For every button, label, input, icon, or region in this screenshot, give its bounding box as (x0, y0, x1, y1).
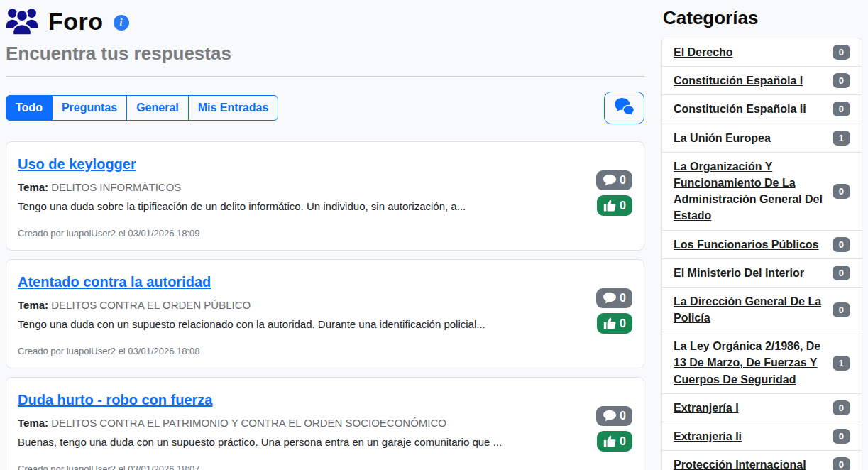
category-count-badge: 0 (833, 184, 850, 199)
post-card: Atentado contra la autoridad Tema: DELIT… (6, 259, 644, 368)
post-excerpt: Tengo una duda sobre la tipificación de … (18, 200, 586, 212)
info-circle-icon[interactable]: i (114, 15, 129, 31)
comments-count: 0 (620, 410, 626, 422)
likes-badge[interactable]: 0 (597, 195, 632, 216)
category-count-badge: 0 (833, 302, 850, 317)
category-link[interactable]: Extranjería Ii (674, 428, 742, 444)
likes-badge[interactable]: 0 (597, 313, 632, 334)
category-item: Protección Internacional 0 (662, 450, 862, 470)
category-item: La Organización Y Funcionamiento De La A… (662, 152, 862, 230)
category-count-badge: 0 (833, 400, 850, 415)
post-card: Duda hurto - robo con fuerza Tema: DELIT… (6, 377, 644, 470)
category-item: La Unión Europea 1 (662, 124, 862, 152)
post-title-link[interactable]: Atentado contra la autoridad (18, 274, 211, 290)
users-icon (6, 7, 38, 35)
category-item: La Dirección General De La Policía 0 (662, 287, 862, 332)
category-link[interactable]: Constitución Española Ii (674, 101, 806, 117)
thumbs-up-icon (603, 435, 617, 448)
comments-count: 0 (620, 175, 626, 186)
post-meta: Creado por luapolUser2 el 03/01/2026 18:… (18, 464, 586, 470)
category-link[interactable]: El Derecho (674, 44, 733, 60)
category-link[interactable]: Los Funcionarios Públicos (674, 236, 818, 253)
category-count-badge: 1 (833, 356, 850, 371)
category-item: Extranjería I 0 (662, 393, 862, 422)
comments-count: 0 (620, 293, 626, 304)
comments-badge: 0 (596, 406, 632, 426)
sidebar-title: Categorías (663, 7, 862, 29)
page-title: Foro (48, 8, 104, 35)
category-count-badge: 0 (833, 237, 850, 252)
category-count-badge: 0 (833, 73, 850, 88)
category-link[interactable]: Extranjería I (674, 400, 739, 416)
tema-label: Tema: (18, 181, 48, 193)
filter-tabs: Todo Preguntas General Mis Entradas (6, 95, 278, 121)
category-count-badge: 0 (833, 429, 850, 444)
page-header: Foro i (6, 6, 644, 35)
comments-badge: 0 (596, 170, 632, 190)
comments-badge: 0 (596, 288, 632, 308)
post-excerpt: Buenas, tengo una duda con un supuesto p… (18, 436, 586, 448)
comment-bubble-icon (603, 410, 617, 422)
likes-count: 0 (620, 436, 626, 447)
post-title-link[interactable]: Uso de keylogger (18, 156, 136, 173)
category-item: Los Funcionarios Públicos 0 (662, 230, 862, 258)
comment-bubble-icon (603, 292, 617, 305)
tab-todo[interactable]: Todo (6, 95, 53, 121)
likes-count: 0 (620, 318, 626, 329)
thumbs-up-icon (603, 199, 617, 212)
category-count-badge: 0 (833, 266, 850, 280)
category-link[interactable]: El Ministerio Del Interior (674, 265, 804, 281)
tab-preguntas[interactable]: Preguntas (52, 95, 127, 121)
forum-page: Foro i Encuentra tus respuestas Todo Pre… (0, 0, 868, 470)
category-count-badge: 0 (833, 457, 850, 470)
comment-bubble-icon (603, 174, 617, 187)
likes-badge[interactable]: 0 (597, 431, 632, 452)
likes-count: 0 (620, 200, 626, 212)
tab-general[interactable]: General (126, 95, 189, 121)
category-item: El Derecho 0 (662, 38, 862, 66)
category-item: Constitución Española Ii 0 (662, 94, 862, 123)
post-title-link[interactable]: Duda hurto - robo con fuerza (18, 392, 212, 408)
post-card: Uso de keylogger Tema: DELITOS INFORMÁTI… (6, 141, 644, 251)
new-post-button[interactable] (604, 92, 644, 124)
category-count-badge: 1 (833, 131, 850, 146)
header-divider (6, 76, 644, 77)
categories-sidebar: Categorías El Derecho 0 Constitución Esp… (661, 6, 862, 470)
chat-bubbles-icon (613, 97, 635, 119)
tab-mis-entradas[interactable]: Mis Entradas (188, 95, 279, 121)
post-list: Uso de keylogger Tema: DELITOS INFORMÁTI… (6, 141, 644, 470)
post-excerpt: Tengo una duda con un supuesto relaciona… (18, 318, 586, 330)
toolbar: Todo Preguntas General Mis Entradas (6, 92, 644, 124)
tema-value: DELITOS CONTRA EL ORDEN PÚBLICO (51, 299, 251, 311)
category-list: El Derecho 0 Constitución Española I 0 C… (661, 38, 862, 470)
category-count-badge: 0 (833, 45, 850, 60)
post-meta: Creado por luapolUser2 el 03/01/2026 18:… (18, 228, 586, 239)
tema-label: Tema: (18, 417, 48, 429)
tema-label: Tema: (18, 299, 48, 311)
category-item: Constitución Española I 0 (662, 66, 862, 94)
category-link[interactable]: La Organización Y Funcionamiento De La A… (674, 158, 825, 224)
category-link[interactable]: Constitución Española I (674, 72, 803, 89)
category-link[interactable]: Protección Internacional (674, 457, 806, 470)
category-item: La Ley Orgánica 2/1986, De 13 De Marzo, … (662, 332, 862, 393)
tema-value: DELITOS INFORMÁTICOS (51, 181, 181, 193)
thumbs-up-icon (603, 317, 617, 330)
category-link[interactable]: La Unión Europea (674, 130, 771, 146)
category-count-badge: 0 (833, 102, 850, 116)
main-column: Foro i Encuentra tus respuestas Todo Pre… (6, 6, 644, 470)
page-subtitle: Encuentra tus respuestas (6, 43, 644, 65)
tema-value: DELITOS CONTRA EL PATRIMONIO Y CONTRA EL… (51, 417, 446, 429)
post-meta: Creado por luapolUser2 el 03/01/2026 18:… (18, 346, 586, 356)
category-link[interactable]: La Dirección General De La Policía (674, 293, 825, 326)
category-item: Extranjería Ii 0 (662, 422, 862, 450)
category-item: El Ministerio Del Interior 0 (662, 258, 862, 287)
category-link[interactable]: La Ley Orgánica 2/1986, De 13 De Marzo, … (674, 338, 825, 388)
